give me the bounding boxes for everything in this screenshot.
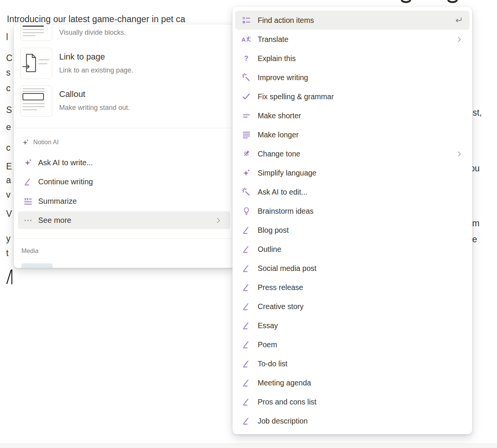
menu-item-label: Essay bbox=[258, 321, 278, 330]
ai-menu-item-ask-ai-to-write[interactable]: Ask AI to write... bbox=[14, 153, 234, 172]
ai-action-find-action-items[interactable]: Find action items bbox=[235, 11, 470, 30]
menu-item-label: Make shorter bbox=[258, 111, 301, 120]
clipped-paragraph-text: S bbox=[6, 105, 12, 115]
pen-icon bbox=[241, 377, 252, 388]
menu-item-label: Find action items bbox=[258, 16, 314, 25]
ai-action-pros-and-cons-list[interactable]: Pros and cons list bbox=[235, 392, 470, 411]
menu-item-label: Continue writing bbox=[38, 177, 93, 186]
clipped-paragraph-text: v bbox=[6, 189, 11, 200]
ai-action-make-longer[interactable]: Make longer bbox=[235, 125, 470, 144]
clipped-paragraph-text: m bbox=[472, 218, 479, 229]
menu-item-label: Social media post bbox=[258, 264, 316, 273]
ai-action-to-do-list[interactable]: To-do list bbox=[235, 354, 470, 373]
menu-item-label: Fix spelling & grammar bbox=[258, 92, 334, 101]
clipped-heading-glyph bbox=[447, 0, 458, 3]
ai-action-improve-writing[interactable]: Improve writing bbox=[235, 68, 470, 87]
menu-item-label: Make longer bbox=[258, 131, 299, 139]
ai-actions-menu-popup: Find action itemsATranslate?Explain this… bbox=[232, 7, 472, 434]
translate-icon: A bbox=[241, 34, 252, 45]
ai-action-job-description[interactable]: Job description bbox=[235, 411, 470, 430]
ai-action-brainstorm-ideas[interactable]: Brainstorm ideas bbox=[235, 201, 470, 221]
menu-item-label: Press release bbox=[258, 283, 303, 292]
menu-item-label: See more bbox=[38, 216, 71, 225]
menu-item-label: Meeting agenda bbox=[258, 379, 311, 387]
pen-icon bbox=[241, 244, 252, 255]
clipped-paragraph-text: a bbox=[6, 175, 11, 185]
ai-action-explain-this[interactable]: ?Explain this bbox=[235, 49, 470, 68]
longer-icon bbox=[241, 129, 252, 140]
clipped-paragraph-text: c bbox=[6, 142, 11, 153]
pen-icon bbox=[241, 416, 252, 426]
ai-action-press-release[interactable]: Press release bbox=[235, 278, 470, 297]
ai-menu-item-summarize[interactable]: Summarize bbox=[14, 192, 234, 211]
menu-item-label: Explain this bbox=[258, 54, 296, 63]
menu-item-label: Translate bbox=[258, 35, 289, 44]
ai-menu-item-see-more[interactable]: See more bbox=[14, 211, 234, 230]
ai-menu-item-continue-writing[interactable]: Continue writing bbox=[14, 172, 234, 191]
chevron-right-icon bbox=[215, 217, 222, 224]
menu-item-label: Pros and cons list bbox=[258, 398, 316, 406]
ai-action-ask-ai-to-edit[interactable]: Ask AI to edit... bbox=[235, 182, 470, 201]
menu-item-label: Change tone bbox=[258, 150, 300, 158]
ai-action-translate[interactable]: ATranslate bbox=[235, 30, 470, 49]
clipped-paragraph-text: C bbox=[6, 53, 13, 63]
clipped-paragraph-text: c bbox=[6, 83, 11, 93]
menu-item-label: Improve writing bbox=[258, 73, 308, 82]
link-to-page-icon bbox=[20, 48, 52, 79]
svg-text:?: ? bbox=[244, 54, 248, 62]
ai-action-change-tone[interactable]: Change tone bbox=[235, 144, 470, 163]
ai-action-simplify-language[interactable]: Simplify language bbox=[235, 163, 470, 182]
clipped-paragraph-text: l bbox=[6, 32, 8, 42]
sparkles-icon bbox=[241, 168, 252, 178]
clipped-heading-glyph bbox=[401, 0, 411, 3]
ai-action-social-media-post[interactable]: Social media post bbox=[235, 259, 470, 278]
menu-item-label: Poem bbox=[258, 340, 277, 349]
menu-item-label: Outline bbox=[258, 245, 281, 254]
pen-icon bbox=[241, 263, 252, 274]
media-section-header: Media bbox=[21, 246, 39, 255]
pen-icon bbox=[241, 225, 252, 235]
ai-action-essay[interactable]: Essay bbox=[235, 316, 470, 335]
pen-icon bbox=[241, 320, 252, 331]
dots-icon bbox=[23, 215, 33, 225]
pen-icon bbox=[241, 358, 252, 369]
menu-item-label: Ask AI to edit... bbox=[258, 188, 307, 197]
ai-action-meeting-agenda[interactable]: Meeting agenda bbox=[235, 373, 470, 392]
menu-item-label: Ask AI to write... bbox=[38, 158, 93, 167]
clipped-paragraph-text: e bbox=[472, 234, 477, 245]
clipped-paragraph-text: s bbox=[6, 67, 11, 78]
notion-page: Introducing our latest game-changer in p… bbox=[0, 0, 497, 448]
ai-action-blog-post[interactable]: Blog post bbox=[235, 221, 470, 240]
menu-item-label: Brainstorm ideas bbox=[258, 207, 313, 216]
media-item-thumbnail[interactable] bbox=[21, 263, 53, 268]
window-bottom-strip bbox=[0, 443, 497, 448]
notion-ai-section-header: Notion AI bbox=[21, 137, 59, 147]
menu-item-label: Simplify language bbox=[258, 169, 316, 177]
wand-icon bbox=[241, 72, 252, 83]
ai-action-fix-spelling-grammar[interactable]: Fix spelling & grammar bbox=[235, 87, 470, 106]
callout-icon bbox=[20, 85, 52, 117]
ai-action-outline[interactable]: Outline bbox=[235, 240, 470, 259]
ai-action-make-shorter[interactable]: Make shorter bbox=[235, 106, 470, 125]
sparkles-icon bbox=[23, 158, 33, 168]
menu-item-label: To-do list bbox=[258, 359, 287, 368]
block-menu-popup: Visually divide blocks.Link to pageLink … bbox=[14, 24, 234, 268]
mic-icon bbox=[241, 148, 252, 159]
ai-action-poem[interactable]: Poem bbox=[235, 335, 470, 354]
shorter-icon bbox=[241, 110, 252, 121]
check-icon bbox=[241, 91, 252, 102]
divider-block-icon bbox=[20, 24, 52, 41]
section-header-label: Notion AI bbox=[33, 139, 59, 146]
block-item-title: Callout bbox=[59, 89, 85, 99]
summarize-icon bbox=[23, 196, 33, 206]
clipped-paragraph-text: st, bbox=[473, 107, 482, 118]
menu-item-label: Creative story bbox=[258, 302, 303, 311]
pen-icon bbox=[241, 282, 252, 293]
menu-divider bbox=[14, 239, 234, 239]
ai-action-creative-story[interactable]: Creative story bbox=[235, 297, 470, 316]
bulb-icon bbox=[241, 206, 252, 216]
pen-icon bbox=[241, 396, 252, 407]
document-heading[interactable]: Introducing our latest game-changer in p… bbox=[7, 14, 185, 24]
clipped-paragraph-text: E bbox=[6, 161, 12, 172]
clipped-paragraph-text: e bbox=[6, 122, 11, 132]
